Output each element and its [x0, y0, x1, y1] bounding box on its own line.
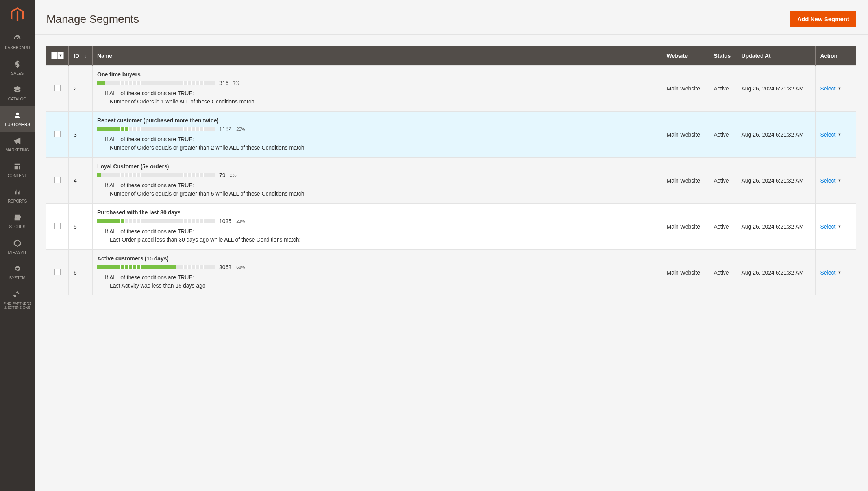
cell-status: Active [709, 158, 737, 204]
sidebar-item-label: CUSTOMERS [5, 122, 30, 127]
customers-icon [13, 111, 22, 121]
progress-bar [97, 127, 215, 131]
table-row[interactable]: 3Repeat customer (purchased more then tw… [46, 112, 856, 158]
column-status-label: Status [714, 53, 731, 59]
segment-count: 1182 [219, 126, 231, 132]
segment-percent: 23% [236, 219, 245, 223]
cell-name: Active customers (15 days)306868%If ALL … [93, 250, 662, 296]
column-website[interactable]: Website [662, 46, 709, 66]
cell-name: One time buyers3167%If ALL of these cond… [93, 66, 662, 112]
table-row[interactable]: 6Active customers (15 days)306868%If ALL… [46, 250, 856, 296]
cell-id: 5 [69, 204, 93, 250]
chevron-down-icon: ▼ [838, 179, 841, 183]
segment-name: Loyal Customer (5+ orders) [97, 163, 657, 170]
condition-body: Last Order placed less than 30 days ago … [105, 236, 657, 244]
row-checkbox[interactable] [54, 131, 61, 137]
progress-bar [97, 219, 215, 223]
cell-status: Active [709, 66, 737, 112]
sidebar-item-content[interactable]: CONTENT [0, 157, 35, 183]
segment-name: Repeat customer (purchased more then twi… [97, 117, 657, 124]
row-checkbox[interactable] [54, 85, 61, 91]
table-row[interactable]: 5Purchased with the last 30 days103523%I… [46, 204, 856, 250]
sidebar-item-stores[interactable]: STORES [0, 209, 35, 234]
chevron-down-icon: ▼ [838, 133, 841, 137]
sidebar-item-label: CATALOG [8, 97, 26, 102]
cell-updated-at: Aug 26, 2024 6:21:32 AM [737, 250, 815, 296]
cell-status: Active [709, 250, 737, 296]
conditions-block: If ALL of these conditions are TRUE:Numb… [97, 181, 657, 198]
row-checkbox[interactable] [54, 223, 61, 229]
sidebar-item-label: STORES [9, 225, 26, 229]
segment-name: Active customers (15 days) [97, 255, 657, 262]
column-website-label: Website [667, 53, 688, 59]
conditions-block: If ALL of these conditions are TRUE:Last… [97, 273, 657, 290]
column-status[interactable]: Status [709, 46, 737, 66]
page-title: Manage Segments [46, 13, 139, 26]
select-action-dropdown[interactable]: Select▼ [820, 177, 842, 184]
sidebar-item-marketing[interactable]: MARKETING [0, 132, 35, 157]
add-new-segment-button[interactable]: Add New Segment [790, 11, 856, 27]
chevron-down-icon: ▼ [838, 87, 841, 90]
condition-heading: If ALL of these conditions are TRUE: [105, 181, 657, 190]
magento-logo[interactable] [0, 0, 35, 30]
conditions-block: If ALL of these conditions are TRUE:Last… [97, 227, 657, 244]
row-checkbox[interactable] [54, 269, 61, 275]
cell-id: 4 [69, 158, 93, 204]
cell-website: Main Website [662, 158, 709, 204]
segment-percent: 26% [236, 127, 245, 131]
cell-website: Main Website [662, 112, 709, 158]
cell-action: Select▼ [815, 204, 856, 250]
select-all-checkbox[interactable]: ▼ [51, 52, 64, 59]
sort-descending-icon: ↓ [85, 54, 87, 59]
select-action-label: Select [820, 177, 836, 184]
sidebar-item-dashboard[interactable]: DASHBOARD [0, 30, 35, 55]
segment-name: Purchased with the last 30 days [97, 209, 657, 216]
select-action-dropdown[interactable]: Select▼ [820, 223, 842, 230]
sidebar-item-reports[interactable]: REPORTS [0, 183, 35, 209]
table-row[interactable]: 2One time buyers3167%If ALL of these con… [46, 66, 856, 112]
condition-body: Number of Orders equals or greater than … [105, 144, 657, 152]
column-updated-at[interactable]: Updated At [737, 46, 815, 66]
segment-count: 316 [219, 80, 228, 86]
table-row[interactable]: 4Loyal Customer (5+ orders)792%If ALL of… [46, 158, 856, 204]
admin-sidebar: DASHBOARDSALESCATALOGCUSTOMERSMARKETINGC… [0, 0, 35, 491]
page-header: Manage Segments Add New Segment [35, 0, 868, 34]
column-id-label: ID [74, 53, 79, 59]
sidebar-item-label: SYSTEM [9, 276, 25, 281]
segment-percent: 68% [236, 265, 245, 269]
cell-updated-at: Aug 26, 2024 6:21:32 AM [737, 158, 815, 204]
select-action-dropdown[interactable]: Select▼ [820, 131, 842, 138]
sidebar-item-label: DASHBOARD [5, 46, 30, 50]
partners-icon [13, 290, 22, 300]
column-id[interactable]: ID ↓ [69, 46, 93, 66]
sidebar-item-label: CONTENT [8, 174, 27, 178]
select-action-dropdown[interactable]: Select▼ [820, 269, 842, 276]
column-name-label: Name [97, 53, 112, 59]
cell-id: 6 [69, 250, 93, 296]
sidebar-item-catalog[interactable]: CATALOG [0, 81, 35, 106]
marketing-icon [13, 137, 22, 146]
row-checkbox[interactable] [54, 177, 61, 183]
chevron-down-icon: ▼ [838, 225, 841, 229]
column-name[interactable]: Name [93, 46, 662, 66]
sidebar-item-mirasvit[interactable]: MIRASVIT [0, 234, 35, 260]
progress-bar [97, 265, 215, 269]
cell-action: Select▼ [815, 112, 856, 158]
sidebar-item-customers[interactable]: CUSTOMERS [0, 106, 35, 132]
content-icon [13, 162, 22, 172]
progress-bar [97, 173, 215, 177]
condition-heading: If ALL of these conditions are TRUE: [105, 273, 657, 282]
sidebar-item-label: MARKETING [6, 148, 29, 153]
cell-name: Purchased with the last 30 days103523%If… [93, 204, 662, 250]
column-checkbox[interactable]: ▼ [46, 46, 69, 66]
system-icon [13, 264, 22, 274]
sidebar-item-partners[interactable]: FIND PARTNERS & EXTENSIONS [0, 285, 35, 314]
sidebar-item-system[interactable]: SYSTEM [0, 260, 35, 285]
select-action-label: Select [820, 85, 836, 92]
cell-id: 2 [69, 66, 93, 112]
sidebar-item-sales[interactable]: SALES [0, 55, 35, 81]
condition-heading: If ALL of these conditions are TRUE: [105, 135, 657, 144]
cell-status: Active [709, 112, 737, 158]
select-action-label: Select [820, 269, 836, 276]
select-action-dropdown[interactable]: Select▼ [820, 85, 842, 92]
